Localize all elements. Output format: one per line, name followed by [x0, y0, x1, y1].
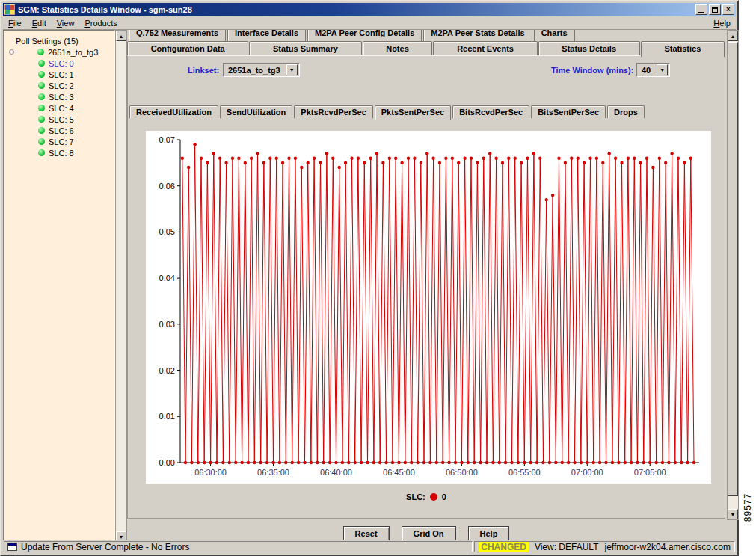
close-button[interactable]: ×	[722, 4, 734, 15]
statistics-panel: Linkset: 2651a_to_tg3 ▼ Time Window (min…	[127, 55, 725, 519]
linkset-dropdown[interactable]: 2651a_to_tg3 ▼	[223, 63, 300, 77]
menu-help[interactable]: Help	[708, 17, 736, 29]
scroll-down-icon[interactable]: ▼	[728, 509, 738, 519]
time-window-value: 40	[642, 66, 651, 75]
reset-button[interactable]: Reset	[343, 526, 390, 541]
chevron-down-icon[interactable]: ▼	[286, 64, 298, 75]
svg-text:06:45:00: 06:45:00	[383, 468, 415, 477]
tree-item-label: SLC: 1	[49, 70, 74, 79]
tree-root-poll-settings[interactable]: Poll Settings (15)	[4, 35, 114, 46]
tree-item-label: SLC: 2	[49, 81, 74, 90]
tree-item-slc-3[interactable]: SLC: 3	[4, 91, 114, 102]
figure-strip: 89577	[739, 0, 756, 556]
tree-expand-handle-icon[interactable]	[8, 48, 18, 56]
chart-tab-pktssentpersec[interactable]: PktsSentPerSec	[375, 105, 451, 120]
help-button[interactable]: Help	[468, 526, 510, 541]
tab-status-summary[interactable]: Status Summary	[249, 41, 361, 55]
status-ball-icon	[38, 82, 45, 89]
status-ball-icon	[38, 116, 45, 123]
svg-text:0.04: 0.04	[159, 274, 175, 282]
chart-tab-pktsrcvdpersec[interactable]: PktsRcvdPerSec	[294, 105, 372, 118]
tree-item-slc-7[interactable]: SLC: 7	[4, 136, 114, 147]
tab-recent-events[interactable]: Recent Events	[433, 41, 537, 55]
tab-m2pa-peer-config-details[interactable]: M2PA Peer Config Details	[307, 30, 422, 41]
menu-bar-left: FileEditViewProducts	[3, 19, 123, 28]
status-window-icon	[7, 543, 17, 551]
tab-m2pa-peer-stats-details[interactable]: M2PA Peer Stats Details	[423, 30, 532, 41]
tree-item-slc-5[interactable]: SLC: 5	[4, 114, 114, 125]
svg-text:06:55:00: 06:55:00	[508, 468, 541, 477]
tree-item-label: SLC: 3	[49, 93, 74, 102]
tree-item-label: SLC: 8	[49, 149, 74, 158]
linkset-value: 2651a_to_tg3	[228, 66, 280, 75]
menu-bar: FileEditViewProducts Help	[3, 16, 736, 30]
chart-tab-drops[interactable]: Drops	[607, 105, 645, 118]
status-message-cell: Update From Server Complete - No Errors	[4, 541, 473, 552]
tab-status-details[interactable]: Status Details	[538, 41, 640, 55]
svg-text:0.02: 0.02	[159, 366, 175, 375]
figure-number: 89577	[743, 493, 753, 522]
tab-row-lower: Configuration DataStatus SummaryNotesRec…	[127, 41, 725, 55]
menu-file[interactable]: File	[3, 17, 27, 29]
menu-products[interactable]: Products	[79, 17, 122, 29]
chart-canvas: 0.000.010.020.030.040.050.060.0706:30:00…	[146, 131, 711, 484]
svg-text:0.03: 0.03	[159, 320, 175, 329]
tree-root-label: Poll Settings (15)	[16, 37, 79, 46]
tab-charts[interactable]: Charts	[534, 30, 575, 41]
tree-node-linkset[interactable]: 2651a_to_tg3	[4, 46, 114, 58]
tree-item-label: SLC: 4	[49, 104, 74, 113]
minimize-icon	[698, 12, 704, 13]
status-right-cell: CHANGED View: DEFAULT jeffmoor-w2k04.ame…	[474, 541, 735, 552]
menu-edit[interactable]: Edit	[27, 17, 52, 29]
scroll-up-icon[interactable]: ▲	[728, 31, 738, 41]
svg-text:06:35:00: 06:35:00	[257, 468, 289, 477]
chart-legend: SLC: 0	[128, 492, 725, 501]
svg-text:0.06: 0.06	[159, 182, 175, 191]
svg-text:06:30:00: 06:30:00	[194, 468, 227, 477]
svg-text:0.05: 0.05	[159, 227, 175, 236]
tab-configuration-data[interactable]: Configuration Data	[127, 41, 248, 55]
maximize-icon	[712, 7, 718, 13]
status-ball-icon	[38, 60, 45, 67]
scrollbar-thumb[interactable]	[728, 42, 738, 496]
tree-item-slc-4[interactable]: SLC: 4	[4, 102, 114, 114]
pkts-sent-per-sec-chart: 0.000.010.020.030.040.050.060.0706:30:00…	[146, 131, 711, 484]
tree-item-slc-1[interactable]: SLC: 1	[4, 69, 114, 80]
status-ball-icon	[38, 138, 45, 145]
tab-q-752-measurements[interactable]: Q.752 Measurements	[129, 30, 226, 41]
minimize-button[interactable]	[695, 4, 707, 15]
tab-interface-details[interactable]: Interface Details	[227, 30, 306, 41]
chart-tab-bitsrcvdpersec[interactable]: BitsRcvdPerSec	[452, 105, 529, 118]
status-ball-icon	[38, 127, 45, 134]
menu-view[interactable]: View	[52, 17, 80, 29]
time-window-dropdown[interactable]: 40 ▼	[636, 63, 670, 77]
main-content: Q.752 MeasurementsInterface DetailsM2PA …	[127, 30, 725, 544]
chart-tab-sendutilization[interactable]: SendUtilization	[220, 105, 292, 118]
tree-item-label: SLC: 5	[49, 115, 74, 124]
action-button-row: ResetGrid OnHelp	[127, 526, 725, 541]
svg-text:06:40:00: 06:40:00	[320, 468, 352, 477]
svg-text:0.00: 0.00	[159, 458, 175, 467]
svg-text:07:05:00: 07:05:00	[634, 468, 666, 477]
tree-item-label: SLC: 7	[49, 138, 74, 146]
tab-notes[interactable]: Notes	[363, 41, 433, 55]
status-ball-icon	[38, 105, 45, 111]
tree-item-slc-0[interactable]: SLC: 0	[4, 58, 114, 69]
tree-scrollbar[interactable]: ▲ ▼	[115, 30, 127, 543]
svg-text:06:50:00: 06:50:00	[446, 468, 478, 477]
chart-tab-receivedutilization[interactable]: ReceivedUtilization	[129, 105, 218, 118]
legend-series-label: 0	[442, 492, 446, 501]
tree-item-slc-2[interactable]: SLC: 2	[4, 80, 114, 91]
chart-tab-bitssentpersec[interactable]: BitsSentPerSec	[531, 105, 606, 118]
menu-bar-right: Help	[708, 19, 736, 28]
scroll-up-icon[interactable]: ▲	[116, 31, 126, 41]
tab-statistics[interactable]: Statistics	[641, 41, 725, 57]
main-scrollbar[interactable]: ▲ ▼	[727, 30, 739, 520]
tree-item-slc-8[interactable]: SLC: 8	[4, 147, 114, 158]
chevron-down-icon[interactable]: ▼	[657, 64, 668, 75]
status-message: Update From Server Complete - No Errors	[21, 542, 189, 552]
grid-on-button[interactable]: Grid On	[402, 526, 456, 541]
legend-label: SLC:	[406, 492, 425, 501]
maximize-button[interactable]	[709, 4, 721, 15]
tree-item-slc-6[interactable]: SLC: 6	[4, 125, 114, 136]
